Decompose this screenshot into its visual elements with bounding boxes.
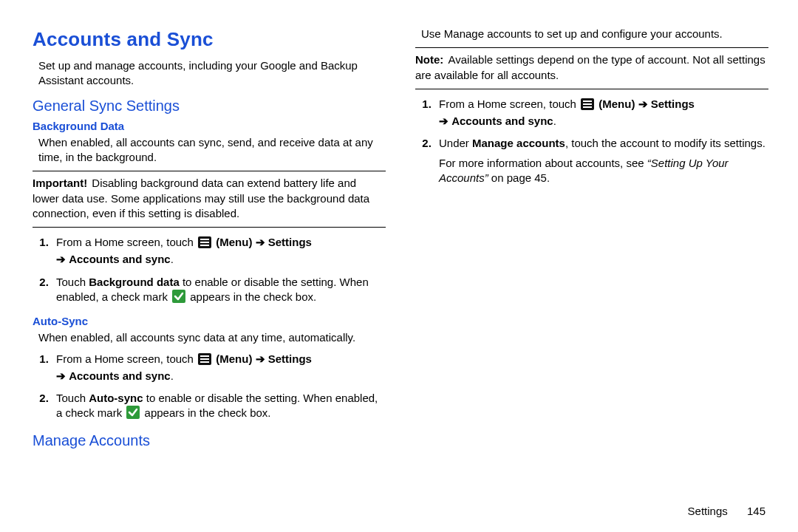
step-text: appears in the check box. xyxy=(190,290,316,303)
period: . xyxy=(171,253,174,265)
arrow-icon: ➔ xyxy=(256,236,265,248)
period: . xyxy=(171,369,174,382)
step-text: From a Home screen, touch xyxy=(439,98,579,110)
menu-label: (Menu) xyxy=(598,98,635,110)
svg-rect-7 xyxy=(200,358,209,360)
page-footer: Settings 145 xyxy=(688,504,765,519)
menu-label: (Menu) xyxy=(216,236,252,248)
acct-sync-label: Accounts and sync xyxy=(451,115,553,127)
heading-general-sync: General Sync Settings xyxy=(33,96,386,116)
more-info-tail: on page 45. xyxy=(488,171,550,184)
manage-steps: From a Home screen, touch (Menu) ➔ Setti… xyxy=(434,97,768,185)
menu-icon xyxy=(198,236,211,252)
step-text: From a Home screen, touch xyxy=(56,236,197,248)
page-title: Accounts and Sync xyxy=(33,27,386,52)
manual-page: Accounts and Sync Set up and manage acco… xyxy=(0,0,798,473)
intro-text: Set up and manage accounts, including yo… xyxy=(38,58,386,89)
svg-rect-4 xyxy=(172,290,185,303)
acct-sync-label: Accounts and sync xyxy=(69,253,171,265)
important-label: Important! xyxy=(33,177,87,189)
manage-step-2: Under Manage accounts, touch the account… xyxy=(434,136,768,185)
step-text: appears in the check box. xyxy=(145,406,271,419)
step-text: From a Home screen, touch xyxy=(56,352,197,365)
settings-label: Settings xyxy=(268,236,312,248)
manage-step-1: From a Home screen, touch (Menu) ➔ Setti… xyxy=(434,97,768,129)
manage-desc: Use Manage accounts to set up and config… xyxy=(421,27,768,41)
arrow-icon: ➔ xyxy=(256,352,265,365)
check-icon xyxy=(126,406,140,423)
footer-section: Settings xyxy=(688,505,728,517)
period: . xyxy=(553,115,556,127)
svg-rect-9 xyxy=(126,406,140,419)
settings-label: Settings xyxy=(268,352,312,365)
menu-icon xyxy=(198,353,211,369)
acct-sync-label: Accounts and sync xyxy=(69,369,171,382)
heading-auto-sync: Auto-Sync xyxy=(33,314,386,329)
bg-step-1: From a Home screen, touch (Menu) ➔ Setti… xyxy=(52,235,386,267)
note-callout: Note: Available settings depend on the t… xyxy=(415,47,768,89)
arrow-icon: ➔ xyxy=(638,98,648,110)
manage-bold: Manage accounts xyxy=(472,137,565,149)
note-label: Note: xyxy=(415,53,443,66)
more-info: For more information about accounts, see xyxy=(439,157,647,169)
svg-rect-6 xyxy=(200,355,209,357)
settings-label: Settings xyxy=(651,98,695,110)
svg-rect-2 xyxy=(200,242,209,243)
step-text: , touch the account to modify its settin… xyxy=(565,137,765,149)
heading-background-data: Background Data xyxy=(33,119,386,134)
svg-rect-1 xyxy=(200,239,209,240)
bg-data-bold: Background data xyxy=(89,276,180,288)
auto-sync-bold: Auto-sync xyxy=(89,392,143,404)
step-text: Touch xyxy=(56,276,89,288)
step-text: Touch xyxy=(56,392,89,404)
svg-rect-3 xyxy=(200,245,209,246)
footer-page-number: 145 xyxy=(747,505,765,517)
svg-rect-13 xyxy=(583,106,592,108)
arrow-icon: ➔ xyxy=(56,253,66,265)
auto-desc: When enabled, all accounts sync data at … xyxy=(38,330,386,345)
bg-step-2: Touch Background data to enable or disab… xyxy=(52,275,386,307)
bg-desc: When enabled, all accounts can sync, sen… xyxy=(38,135,386,166)
step-text: Under xyxy=(439,137,472,149)
auto-step-2: Touch Auto-sync to enable or disable the… xyxy=(52,391,386,423)
svg-rect-8 xyxy=(200,361,209,363)
menu-label: (Menu) xyxy=(216,352,252,365)
check-icon xyxy=(172,290,185,307)
svg-rect-12 xyxy=(583,103,592,105)
note-body: Available settings depend on the type of… xyxy=(415,53,765,81)
bg-steps: From a Home screen, touch (Menu) ➔ Setti… xyxy=(52,235,386,307)
arrow-icon: ➔ xyxy=(56,369,66,382)
arrow-icon: ➔ xyxy=(439,115,449,127)
important-callout: Important! Disabling background data can… xyxy=(33,171,386,228)
heading-manage-accounts: Manage Accounts xyxy=(33,431,386,451)
auto-steps: From a Home screen, touch (Menu) ➔ Setti… xyxy=(52,352,386,423)
menu-icon xyxy=(581,98,594,114)
auto-step-1: From a Home screen, touch (Menu) ➔ Setti… xyxy=(52,352,386,384)
svg-rect-11 xyxy=(583,100,592,102)
